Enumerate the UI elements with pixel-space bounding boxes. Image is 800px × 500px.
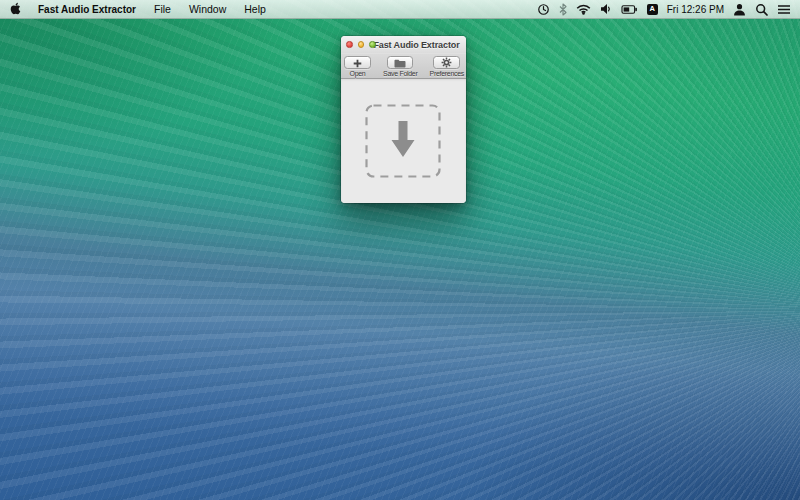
- menu-bar-left: Fast Audio Extractor File Window Help: [0, 0, 275, 18]
- apple-menu[interactable]: [10, 0, 29, 18]
- wifi-icon[interactable]: [576, 4, 591, 15]
- menu-window[interactable]: Window: [180, 0, 235, 18]
- apple-logo-icon: [10, 2, 21, 17]
- toolbar: Open Save Folder: [341, 54, 466, 79]
- menu-bar: Fast Audio Extractor File Window Help: [0, 0, 800, 19]
- time-machine-icon[interactable]: [537, 3, 550, 16]
- zoom-button[interactable]: [369, 41, 376, 48]
- battery-icon[interactable]: [621, 4, 638, 15]
- open-label: Open: [350, 70, 366, 78]
- window-title-bar[interactable]: Fast Audio Extractor: [341, 36, 466, 54]
- traffic-lights: [346, 36, 376, 53]
- preferences-group: Preferences: [430, 56, 464, 78]
- open-group: Open: [344, 56, 371, 78]
- window-content: [341, 79, 466, 203]
- preferences-button[interactable]: [433, 56, 460, 69]
- save-folder-button[interactable]: [387, 56, 413, 69]
- open-button[interactable]: [344, 56, 371, 69]
- notification-center-icon[interactable]: [777, 4, 791, 15]
- drop-zone[interactable]: [365, 104, 441, 178]
- plus-icon: [353, 54, 362, 72]
- user-icon[interactable]: [733, 3, 746, 16]
- menu-bar-clock[interactable]: Fri 12:26 PM: [667, 4, 724, 15]
- volume-icon[interactable]: [600, 3, 612, 15]
- spotlight-icon[interactable]: [755, 3, 768, 16]
- bluetooth-icon[interactable]: [559, 3, 567, 16]
- close-button[interactable]: [346, 41, 353, 48]
- app-menu-title[interactable]: Fast Audio Extractor: [29, 0, 145, 18]
- minimize-button[interactable]: [358, 41, 365, 48]
- app-window: Fast Audio Extractor Open Save Folder: [341, 36, 466, 203]
- save-folder-group: Save Folder: [383, 56, 417, 78]
- download-arrow-icon: [392, 121, 415, 157]
- menu-file[interactable]: File: [145, 0, 180, 18]
- menu-bar-status: A Fri 12:26 PM: [537, 0, 800, 18]
- folder-icon: [394, 54, 406, 72]
- gear-icon: [441, 54, 452, 72]
- preferences-label: Preferences: [430, 70, 464, 78]
- input-source-icon[interactable]: A: [647, 4, 658, 15]
- desktop-wallpaper: Fast Audio Extractor File Window Help: [0, 0, 800, 500]
- menu-help[interactable]: Help: [235, 0, 275, 18]
- save-folder-label: Save Folder: [383, 70, 417, 78]
